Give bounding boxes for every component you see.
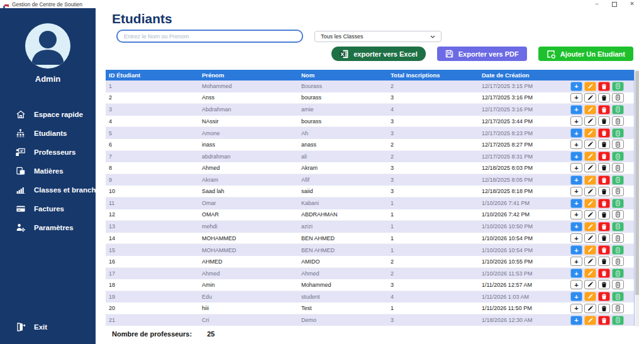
sidebar-item-etudiants[interactable]: Etudiants xyxy=(0,124,96,143)
table-row[interactable]: 18AminMohammed31/11/2026 12:57 AM+ xyxy=(106,279,634,291)
row-edit-button[interactable] xyxy=(584,163,596,172)
row-info-button[interactable] xyxy=(612,163,624,172)
row-delete-button[interactable] xyxy=(598,128,610,138)
row-edit-button[interactable] xyxy=(584,210,596,219)
row-edit-button[interactable] xyxy=(584,128,596,138)
row-edit-button[interactable] xyxy=(584,280,596,289)
row-delete-button[interactable] xyxy=(598,292,610,301)
row-edit-button[interactable] xyxy=(584,93,596,103)
column-header-id-tudiant[interactable]: ID Étudiant xyxy=(106,72,199,79)
row-info-button[interactable] xyxy=(612,93,624,103)
table-row[interactable]: 6inassanass212/17/2025 8:27 PM+ xyxy=(106,139,634,151)
row-info-button[interactable] xyxy=(612,82,624,91)
column-header-nom[interactable]: Nom xyxy=(298,72,387,79)
column-header-date-de-cr-ation[interactable]: Date de Création xyxy=(479,72,569,79)
row-add-button[interactable]: + xyxy=(570,316,582,325)
row-info-button[interactable] xyxy=(612,222,624,231)
row-delete-button[interactable] xyxy=(598,304,610,313)
row-add-button[interactable]: + xyxy=(570,82,582,91)
row-delete-button[interactable] xyxy=(598,245,610,255)
row-add-button[interactable]: + xyxy=(570,175,582,185)
row-delete-button[interactable] xyxy=(598,257,610,266)
row-delete-button[interactable] xyxy=(598,210,610,219)
row-add-button[interactable]: + xyxy=(570,128,582,138)
row-edit-button[interactable] xyxy=(584,292,596,301)
row-edit-button[interactable] xyxy=(584,233,596,243)
row-add-button[interactable]: + xyxy=(570,280,582,289)
row-delete-button[interactable] xyxy=(598,105,610,114)
add-student-button[interactable]: Ajouter Un Etudiant xyxy=(538,47,633,61)
row-add-button[interactable]: + xyxy=(570,304,582,313)
table-row[interactable]: 11OmarKabani11/10/2026 7:41 PM+ xyxy=(106,197,634,209)
column-header-pr-nom[interactable]: Prénom xyxy=(199,72,298,79)
row-info-button[interactable] xyxy=(612,152,624,161)
row-delete-button[interactable] xyxy=(598,93,610,103)
row-add-button[interactable]: + xyxy=(570,269,582,278)
table-row[interactable]: 3Abdrahmanamie412/17/2025 3:16 PM+ xyxy=(106,104,634,116)
scrollbar-thumb[interactable] xyxy=(635,71,639,295)
table-row[interactable]: 20hiiiTest11/11/2026 11:50 PM+ xyxy=(106,302,634,314)
row-add-button[interactable]: + xyxy=(570,292,582,301)
row-info-button[interactable] xyxy=(612,140,624,149)
row-info-button[interactable] xyxy=(612,292,624,301)
row-info-button[interactable] xyxy=(612,316,624,325)
sidebar-item-classes-et-branches[interactable]: Classes et branches xyxy=(0,180,96,199)
row-delete-button[interactable] xyxy=(598,152,610,161)
row-info-button[interactable] xyxy=(612,187,624,196)
class-filter-select[interactable]: Tous les Classes xyxy=(314,31,441,42)
table-scrollbar[interactable] xyxy=(635,70,639,326)
row-add-button[interactable]: + xyxy=(570,105,582,114)
row-info-button[interactable] xyxy=(612,304,624,313)
row-delete-button[interactable] xyxy=(598,175,610,185)
row-info-button[interactable] xyxy=(612,199,624,208)
table-row[interactable]: 10Saad lahsaiid312/18/2025 8:18 PM+ xyxy=(106,186,634,197)
row-info-button[interactable] xyxy=(612,280,624,289)
row-info-button[interactable] xyxy=(612,105,624,114)
row-add-button[interactable]: + xyxy=(570,140,582,149)
table-row[interactable]: 14MOHAMMEDBEN AHMED11/10/2026 10:54 PM+ xyxy=(106,233,634,245)
row-delete-button[interactable] xyxy=(598,316,610,325)
export-excel-button[interactable]: exporter vers Excel xyxy=(331,47,426,61)
row-info-button[interactable] xyxy=(612,245,624,255)
row-add-button[interactable]: + xyxy=(570,257,582,266)
close-button[interactable]: ✕ xyxy=(623,0,641,8)
row-delete-button[interactable] xyxy=(598,140,610,149)
row-delete-button[interactable] xyxy=(598,222,610,231)
row-edit-button[interactable] xyxy=(584,269,596,278)
row-add-button[interactable]: + xyxy=(570,210,582,219)
sidebar-item-factures[interactable]: Factures xyxy=(0,199,96,218)
table-row[interactable]: 16AHMEDAMIDO21/10/2026 10:55 PM+ xyxy=(106,256,634,268)
table-row[interactable]: 2Anssbourass312/17/2025 3:16 PM+ xyxy=(106,92,634,104)
table-row[interactable]: 5AmoneAh312/17/2025 8:23 PM+ xyxy=(106,127,634,139)
search-input[interactable] xyxy=(116,30,303,43)
row-delete-button[interactable] xyxy=(598,280,610,289)
export-pdf-button[interactable]: Exporter vers PDF xyxy=(437,47,527,61)
row-edit-button[interactable] xyxy=(584,116,596,126)
sidebar-item-espace-rapide[interactable]: Espace rapide xyxy=(0,105,96,124)
sidebar-item-mati-res[interactable]: Matières xyxy=(0,162,96,180)
row-delete-button[interactable] xyxy=(598,116,610,126)
table-row[interactable]: 9AkramAfif312/18/2025 8:05 PM+ xyxy=(106,174,634,186)
row-edit-button[interactable] xyxy=(584,140,596,149)
row-add-button[interactable]: + xyxy=(570,245,582,255)
row-edit-button[interactable] xyxy=(584,187,596,196)
column-header-total-inscriptions[interactable]: Total Inscriptions xyxy=(387,72,479,79)
table-row[interactable]: 1MohammedBourass212/17/2025 3:15 PM+ xyxy=(106,80,634,92)
row-add-button[interactable]: + xyxy=(570,116,582,126)
row-info-button[interactable] xyxy=(612,233,624,243)
row-edit-button[interactable] xyxy=(584,304,596,313)
row-edit-button[interactable] xyxy=(584,199,596,208)
row-add-button[interactable]: + xyxy=(570,222,582,231)
row-info-button[interactable] xyxy=(612,128,624,138)
minimize-button[interactable]: – xyxy=(588,0,606,8)
row-info-button[interactable] xyxy=(612,116,624,126)
row-add-button[interactable]: + xyxy=(570,93,582,103)
row-add-button[interactable]: + xyxy=(570,163,582,172)
row-add-button[interactable]: + xyxy=(570,187,582,196)
row-delete-button[interactable] xyxy=(598,269,610,278)
row-add-button[interactable]: + xyxy=(570,233,582,243)
row-delete-button[interactable] xyxy=(598,199,610,208)
row-edit-button[interactable] xyxy=(584,105,596,114)
table-row[interactable]: 8AhmedAkram312/18/2025 8:03 PM+ xyxy=(106,162,634,174)
row-edit-button[interactable] xyxy=(584,175,596,185)
